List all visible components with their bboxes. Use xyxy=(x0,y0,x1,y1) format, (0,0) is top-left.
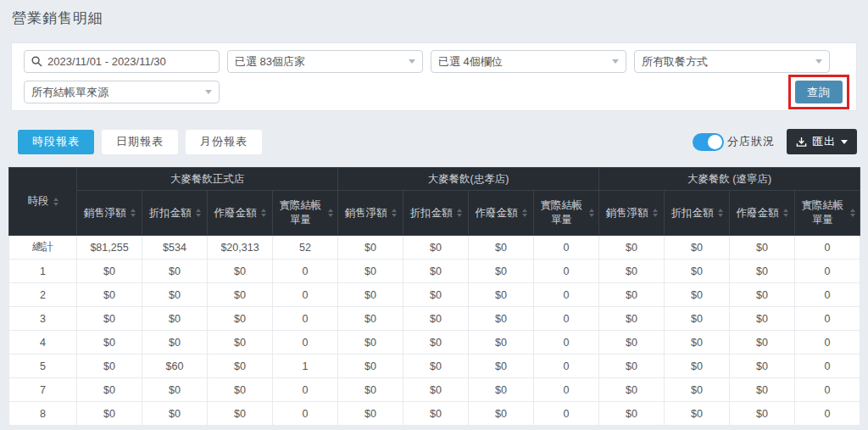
tab-date-report[interactable]: 日期報表 xyxy=(102,130,178,154)
value-cell: $0 xyxy=(665,236,730,260)
value-cell: $0 xyxy=(469,355,534,378)
value-cell: $0 xyxy=(469,283,534,307)
column-header-metric[interactable]: 折扣金額 xyxy=(665,191,730,236)
table-row: 2$0$0$00$0$0$00$0$0$00 xyxy=(9,283,860,307)
report-toolbar: 時段報表 日期報表 月份報表 分店狀況 匯出 xyxy=(11,129,857,154)
column-header-metric[interactable]: 銷售淨額 xyxy=(599,191,665,236)
receipt-source-select[interactable]: 所有結帳單來源 xyxy=(24,81,220,103)
date-range-field[interactable] xyxy=(24,50,220,73)
sort-arrows-icon xyxy=(131,209,136,217)
pickup-method-select-value: 所有取餐方式 xyxy=(642,54,815,70)
value-cell: 0 xyxy=(273,378,338,402)
sort-arrows-icon xyxy=(718,209,723,217)
sort-arrows-icon xyxy=(392,209,397,217)
period-cell: 7 xyxy=(9,378,77,402)
value-cell: $0 xyxy=(208,307,273,331)
value-cell: 0 xyxy=(534,307,599,331)
value-cell: 0 xyxy=(795,307,860,331)
period-cell: 4 xyxy=(9,331,77,355)
value-cell: $0 xyxy=(730,402,795,426)
branch-status-toggle[interactable] xyxy=(693,133,724,151)
value-cell: $0 xyxy=(338,283,403,307)
column-header-metric[interactable]: 作廢金額 xyxy=(469,191,534,236)
value-cell: $0 xyxy=(665,378,730,402)
value-cell: $0 xyxy=(338,236,403,260)
value-cell: $0 xyxy=(599,307,665,331)
period-cell: 總計 xyxy=(9,236,77,260)
period-cell: 2 xyxy=(9,283,77,307)
sort-arrows-icon xyxy=(783,209,788,217)
value-cell: $0 xyxy=(77,260,142,283)
value-cell: $0 xyxy=(142,378,208,402)
value-cell: 52 xyxy=(273,236,338,260)
receipt-source-select-value: 所有結帳單來源 xyxy=(31,85,205,100)
report-tabs: 時段報表 日期報表 月份報表 xyxy=(18,130,262,154)
page-title: 營業銷售明細 xyxy=(0,0,868,28)
table-row: 總計$81,255$534$20,31352$0$0$00$0$0$00 xyxy=(9,236,860,260)
export-button[interactable]: 匯出 xyxy=(787,129,857,154)
store-select[interactable]: 已選 83個店家 xyxy=(227,50,423,73)
column-header-metric[interactable]: 實際結帳單量 xyxy=(534,191,599,236)
value-cell: $0 xyxy=(665,355,730,378)
value-cell: $0 xyxy=(403,378,469,402)
value-cell: 0 xyxy=(534,331,599,355)
value-cell: $534 xyxy=(142,236,208,260)
query-button[interactable]: 查詢 xyxy=(795,81,843,103)
value-cell: 0 xyxy=(273,260,338,283)
pickup-method-select[interactable]: 所有取餐方式 xyxy=(634,50,830,73)
sort-arrows-icon xyxy=(328,209,333,217)
column-header-metric[interactable]: 作廢金額 xyxy=(730,191,795,236)
download-icon xyxy=(796,137,807,148)
group-header-store-3: 大麥餐飲 (遼寧店) xyxy=(599,168,860,191)
column-header-metric[interactable]: 作廢金額 xyxy=(208,191,273,236)
table-row: 7$0$0$00$0$0$00$0$0$00 xyxy=(9,378,860,402)
value-cell: 0 xyxy=(534,378,599,402)
value-cell: $0 xyxy=(403,355,469,378)
column-header-metric[interactable]: 實際結帳單量 xyxy=(795,191,860,236)
column-header-metric[interactable]: 銷售淨額 xyxy=(77,191,142,236)
sort-arrows-icon xyxy=(53,198,58,206)
search-icon xyxy=(31,56,42,67)
column-header-metric[interactable]: 實際結帳單量 xyxy=(273,191,338,236)
period-cell: 3 xyxy=(9,307,77,331)
column-header-metric[interactable]: 折扣金額 xyxy=(403,191,469,236)
value-cell: $0 xyxy=(403,331,469,355)
metric-label: 實際結帳單量 xyxy=(538,198,585,227)
sort-arrows-icon xyxy=(196,209,201,217)
columns-select[interactable]: 已選 4個欄位 xyxy=(431,50,626,73)
metric-label: 折扣金額 xyxy=(671,206,714,221)
sort-arrows-icon xyxy=(653,209,658,217)
value-cell: $0 xyxy=(730,307,795,331)
branch-status-label: 分店狀況 xyxy=(727,134,775,149)
value-cell: 0 xyxy=(795,260,860,283)
value-cell: $60 xyxy=(142,355,208,378)
value-cell: $0 xyxy=(77,307,142,331)
value-cell: $0 xyxy=(338,402,403,426)
metric-label: 作廢金額 xyxy=(476,206,518,221)
tab-period-report[interactable]: 時段報表 xyxy=(18,130,94,154)
sales-report-table-wrap: 時段 大麥餐飲正式店 大麥餐飲(忠孝店) 大麥餐飲 (遼寧店) 銷售淨額折扣金額… xyxy=(8,167,860,426)
value-cell: $0 xyxy=(469,260,534,283)
tab-month-report[interactable]: 月份報表 xyxy=(186,130,262,154)
metric-label: 實際結帳單量 xyxy=(277,198,324,227)
value-cell: $0 xyxy=(338,260,403,283)
value-cell: $0 xyxy=(142,402,208,426)
column-header-metric[interactable]: 銷售淨額 xyxy=(338,191,403,236)
column-header-period[interactable]: 時段 xyxy=(9,168,77,236)
column-header-metric[interactable]: 折扣金額 xyxy=(142,191,208,236)
value-cell: $0 xyxy=(142,307,208,331)
value-cell: $0 xyxy=(469,378,534,402)
value-cell: 0 xyxy=(273,283,338,307)
value-cell: $0 xyxy=(730,283,795,307)
value-cell: $0 xyxy=(142,260,208,283)
value-cell: 0 xyxy=(795,378,860,402)
value-cell: $0 xyxy=(208,355,273,378)
value-cell: $0 xyxy=(730,331,795,355)
date-range-input[interactable] xyxy=(47,55,212,68)
value-cell: $0 xyxy=(730,355,795,378)
metric-label: 銷售淨額 xyxy=(606,206,648,221)
value-cell: $0 xyxy=(599,236,665,260)
sort-arrows-icon xyxy=(850,209,855,217)
value-cell: $0 xyxy=(403,307,469,331)
chevron-down-icon xyxy=(841,140,848,144)
